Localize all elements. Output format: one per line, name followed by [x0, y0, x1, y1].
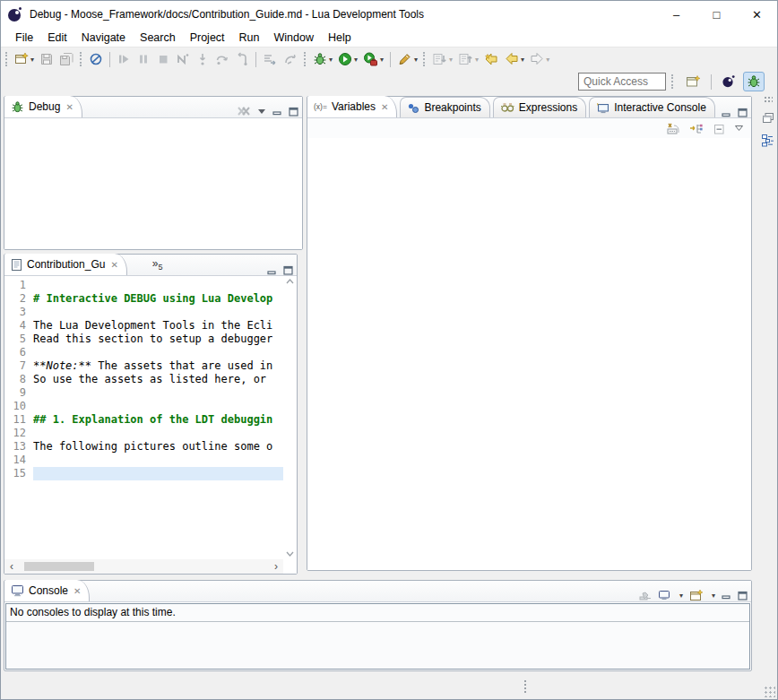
toolbar-drag-handle[interactable]	[423, 52, 427, 66]
show-type-names-button[interactable]	[689, 122, 705, 135]
scroll-up-icon[interactable]	[286, 279, 294, 284]
tab-debug-close-icon[interactable]: ✕	[65, 102, 73, 112]
forward-button[interactable]: ▾	[528, 49, 551, 69]
next-annotation-button[interactable]: ▾	[430, 49, 454, 69]
editor-minimize-button[interactable]	[267, 266, 277, 275]
console-minimize-button[interactable]	[722, 591, 731, 600]
tab-interactive-console[interactable]: Interactive Console	[589, 97, 715, 117]
debug-perspective-button[interactable]	[743, 72, 765, 91]
new-wizard-dropdown[interactable]: ▾	[30, 56, 34, 64]
tab-breakpoints[interactable]: Breakpoints	[400, 97, 489, 117]
window-minimize-button[interactable]: –	[656, 1, 696, 28]
window-maximize-button[interactable]: □	[696, 1, 737, 28]
save-button[interactable]	[38, 49, 56, 69]
show-logical-structures-button[interactable]	[666, 122, 681, 135]
window-resize-grip[interactable]	[764, 686, 775, 697]
skip-all-breakpoints-button[interactable]	[87, 49, 105, 69]
editor-tab-overflow-button[interactable]: »5	[152, 257, 163, 272]
next-annotation-dropdown[interactable]: ▾	[449, 56, 453, 64]
tab-contribution-guide[interactable]: Contribution_Gu ✕	[4, 254, 127, 275]
editor-lines[interactable]: 12# Interactive DEBUG using Lua Develop3…	[4, 279, 283, 559]
toolbar-drag-handle[interactable]	[80, 52, 83, 66]
run-dropdown[interactable]: ▾	[354, 56, 358, 64]
toolbar-drag-handle[interactable]	[304, 52, 307, 66]
tab-console[interactable]: Console ✕	[4, 580, 90, 601]
editor-horizontal-scrollbar[interactable]: ‹ ›	[4, 559, 283, 574]
back-dropdown[interactable]: ▾	[521, 56, 524, 64]
display-console-dropdown[interactable]: ▾	[679, 592, 683, 600]
editor-vertical-scrollbar[interactable]	[283, 276, 297, 559]
previous-annotation-button[interactable]: ▾	[456, 49, 480, 69]
editor-surface[interactable]: 12# Interactive DEBUG using Lua Develop3…	[4, 276, 297, 574]
collapse-all-button[interactable]	[713, 122, 726, 135]
menu-project[interactable]: Project	[183, 29, 232, 47]
tab-variables-close-icon[interactable]: ✕	[381, 102, 388, 112]
previous-annotation-dropdown[interactable]: ▾	[475, 56, 479, 64]
tab-contribution-guide-close-icon[interactable]: ✕	[110, 260, 117, 270]
remove-all-terminated-button[interactable]	[237, 105, 251, 117]
statusbar-drag-handle[interactable]	[523, 679, 527, 694]
last-edit-location-button[interactable]	[482, 49, 501, 69]
drop-to-frame-button[interactable]	[281, 49, 300, 69]
scroll-left-icon[interactable]: ‹	[4, 560, 19, 573]
use-step-filters-button[interactable]	[261, 49, 280, 69]
tab-debug[interactable]: Debug ✕	[4, 96, 82, 117]
debug-maximize-button[interactable]	[289, 107, 298, 117]
forward-dropdown[interactable]: ▾	[546, 56, 549, 64]
debug-dropdown[interactable]: ▾	[329, 56, 333, 64]
debug-view-menu-button[interactable]	[257, 108, 266, 115]
debug-view: Debug ✕	[4, 96, 303, 250]
scrollbar-thumb[interactable]	[24, 562, 94, 571]
step-over-button[interactable]	[213, 49, 231, 69]
suspend-button[interactable]	[134, 49, 152, 69]
external-tools-dropdown[interactable]: ▾	[380, 56, 384, 64]
trim-drag-handle[interactable]	[764, 96, 773, 102]
menu-search[interactable]: Search	[133, 29, 183, 47]
perspective-bar-drag-handle[interactable]	[671, 74, 675, 89]
open-console-button[interactable]	[689, 589, 704, 601]
window-close-button[interactable]: ✕	[737, 1, 777, 28]
variables-view-menu-button[interactable]	[734, 125, 744, 132]
variables-view-content[interactable]	[307, 138, 751, 570]
menu-edit[interactable]: Edit	[40, 29, 74, 47]
step-into-button[interactable]	[194, 49, 212, 69]
menu-file[interactable]: File	[8, 29, 40, 47]
scroll-down-icon[interactable]	[286, 551, 294, 557]
new-wizard-button[interactable]: ▾	[13, 49, 36, 69]
display-selected-console-button[interactable]	[658, 590, 671, 601]
menu-window[interactable]: Window	[267, 29, 321, 47]
terminate-button[interactable]	[154, 49, 172, 69]
back-button[interactable]: ▾	[503, 49, 526, 69]
run-button[interactable]: ▾	[336, 49, 359, 69]
resume-button[interactable]	[115, 49, 133, 69]
open-task-dropdown[interactable]: ▾	[414, 56, 418, 64]
menu-run[interactable]: Run	[232, 29, 267, 47]
debug-minimize-button[interactable]	[272, 107, 282, 116]
step-return-button[interactable]	[233, 49, 251, 69]
editor-maximize-button[interactable]	[283, 265, 293, 275]
scroll-right-icon[interactable]: ›	[269, 560, 283, 573]
debug-button[interactable]: ▾	[311, 49, 334, 69]
outline-view-button[interactable]	[761, 134, 774, 147]
restore-view-button[interactable]	[762, 112, 774, 124]
variables-maximize-button[interactable]	[738, 108, 748, 117]
debug-view-content[interactable]	[4, 118, 302, 249]
lua-perspective-button[interactable]	[717, 72, 739, 91]
open-perspective-button[interactable]	[682, 72, 705, 91]
tab-expressions[interactable]: Expressions	[493, 97, 586, 117]
variables-minimize-button[interactable]	[722, 108, 731, 117]
external-tools-button[interactable]: ▾	[361, 49, 385, 69]
quick-access-input[interactable]	[578, 73, 666, 91]
pin-console-button[interactable]	[638, 590, 652, 601]
tab-variables[interactable]: (x)= Variables ✕	[307, 96, 397, 117]
toolbar-drag-handle[interactable]	[5, 52, 9, 66]
save-all-button[interactable]	[57, 49, 76, 69]
open-console-dropdown[interactable]: ▾	[712, 592, 715, 600]
disconnect-button[interactable]	[174, 49, 192, 69]
console-maximize-button[interactable]	[738, 591, 748, 601]
console-content[interactable]: No consoles to display at this time.	[5, 603, 750, 670]
open-task-button[interactable]: ▾	[395, 49, 419, 69]
tab-console-close-icon[interactable]: ✕	[73, 586, 81, 596]
menu-navigate[interactable]: Navigate	[74, 29, 133, 47]
menu-help[interactable]: Help	[321, 29, 359, 47]
